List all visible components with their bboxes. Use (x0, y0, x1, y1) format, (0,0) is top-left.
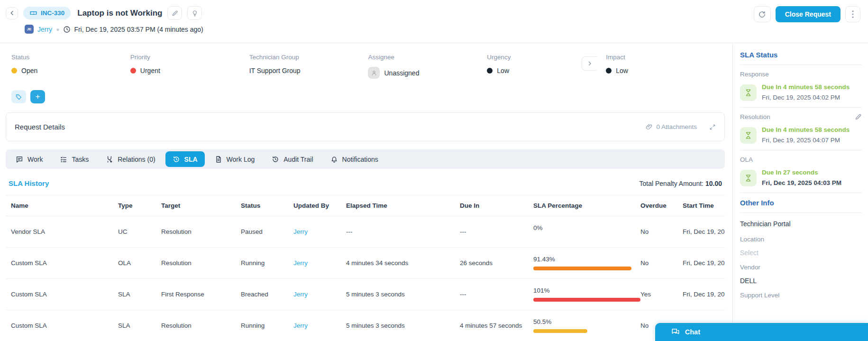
field-impact[interactable]: Impact Low (606, 54, 725, 79)
attachments-button[interactable]: 0 Attachments (646, 123, 697, 130)
history-icon (272, 156, 279, 163)
checklist-icon (60, 156, 67, 163)
tab-notifications[interactable]: Notifications (323, 149, 385, 169)
due-date: Fri, Dec 19, 2025 04:07 PM (762, 137, 840, 144)
sla-percentage: 91.43% (533, 256, 640, 270)
sla-resolution-block: Resolution Due In 4 minutes 58 seconds F… (740, 113, 862, 144)
ticket-header: INC-330 Laptop is not Working JE Jerry ●… (0, 0, 868, 43)
due-date: Fri, Dec 19, 2025 04:03 PM (762, 179, 841, 186)
updated-by-link[interactable]: Jerry (293, 291, 346, 298)
sla-percentage: 50.5% (533, 318, 640, 333)
comment-icon (16, 156, 23, 163)
kebab-icon (852, 10, 854, 18)
sla-status-title: SLA Status (740, 51, 862, 59)
tab-sla[interactable]: SLA (165, 151, 205, 167)
due-date: Fri, Dec 19, 2025 04:02 PM (762, 94, 840, 101)
edit-resolution-button[interactable] (855, 113, 862, 120)
plus-icon: + (36, 92, 40, 101)
more-actions-button[interactable] (845, 6, 860, 22)
location-label: Location (740, 236, 862, 243)
back-button[interactable] (6, 7, 18, 19)
sidebar-collapse-button[interactable] (582, 56, 597, 71)
close-request-button[interactable]: Close Request (776, 6, 841, 22)
tag-icon (15, 93, 22, 101)
ai-suggest-button[interactable] (187, 6, 202, 20)
add-tag-button[interactable]: + (30, 90, 45, 103)
field-label: Assignee (368, 54, 487, 61)
ticket-icon (29, 9, 37, 17)
field-technician-group[interactable]: Technician Group IT Support Group (249, 54, 368, 79)
tab-work[interactable]: Work (9, 149, 50, 169)
field-status[interactable]: Status Open (11, 54, 130, 79)
table-row: Vendor SLA UC Resolution Paused Jerry --… (6, 216, 725, 248)
expand-button[interactable] (709, 124, 716, 130)
field-assignee[interactable]: Assignee Unassigned (368, 54, 487, 79)
bell-icon (330, 156, 338, 163)
status-dot (11, 68, 17, 74)
support-level-label: Support Level (740, 292, 862, 299)
table-row: Custom SLA SLA First Response Breached J… (6, 279, 725, 310)
sla-status-sidebar: SLA Status Response Due In 4 minutes 58 … (732, 43, 868, 341)
location-select[interactable]: Select (740, 249, 862, 257)
total-penalty: Total Penalty Amount:10.00 (640, 180, 722, 187)
hourglass-icon (740, 84, 757, 101)
page-title: Laptop is not Working (77, 9, 162, 18)
sla-history-table: Name Type Target Status Updated By Elaps… (6, 195, 725, 341)
tab-relations[interactable]: Relations (0) (99, 149, 162, 169)
unassigned-avatar-icon (368, 67, 380, 79)
field-priority[interactable]: Priority Urgent (130, 54, 249, 79)
due-in-text: Due In 4 minutes 58 seconds (762, 83, 850, 91)
ticket-id: INC-330 (41, 9, 64, 17)
clock-icon (63, 26, 71, 33)
table-row: Custom SLA OLA Resolution Running Jerry … (6, 248, 725, 279)
impact-dot (606, 68, 612, 74)
chat-icon (671, 328, 680, 336)
updated-by-link[interactable]: Jerry (293, 259, 346, 267)
created-time: Fri, Dec 19, 2025 03:57 PM (4 minutes ag… (63, 26, 203, 33)
tab-audit-trail[interactable]: Audit Trail (265, 149, 320, 169)
request-details-title: Request Details (15, 123, 65, 131)
due-in-text: Due In 4 minutes 58 seconds (762, 126, 850, 133)
progress-bar (533, 298, 640, 302)
tags-button[interactable] (11, 90, 26, 103)
urgency-dot (487, 68, 493, 74)
table-row: Custom SLA SLA Resolution Running Jerry … (6, 310, 725, 341)
chevron-left-icon (9, 10, 15, 16)
tab-tasks[interactable]: Tasks (53, 149, 96, 169)
table-header-row: Name Type Target Status Updated By Elaps… (6, 195, 725, 216)
sla-percentage: 101% (533, 287, 640, 302)
history-icon (173, 156, 180, 163)
refresh-button[interactable] (754, 6, 771, 22)
vendor-value[interactable]: DELL (740, 277, 862, 285)
technician-portal-label: Technician Portal (740, 220, 862, 228)
chat-button[interactable]: Chat (655, 323, 868, 341)
relations-icon (106, 156, 113, 163)
ticket-fields: Status Open Priority Urgent Technician G… (6, 43, 725, 79)
field-label: Impact (606, 54, 725, 61)
updated-by-link[interactable]: Jerry (293, 228, 346, 235)
field-label: Priority (130, 54, 249, 61)
pencil-icon (172, 10, 178, 17)
hourglass-icon (740, 127, 757, 144)
ticket-tabs: Work Tasks Relations (0) SLA Work Log Au… (6, 149, 725, 169)
ticket-id-badge[interactable]: INC-330 (23, 7, 71, 19)
due-in-text: Due In 27 seconds (762, 169, 841, 176)
refresh-icon (758, 10, 766, 18)
paperclip-icon (646, 123, 653, 130)
progress-bar (533, 329, 640, 333)
field-label: Status (11, 54, 130, 61)
hourglass-icon (740, 170, 757, 186)
document-icon (215, 156, 222, 163)
sla-percentage: 0% (533, 224, 640, 239)
request-details-card: Request Details 0 Attachments (6, 112, 725, 141)
edit-title-button[interactable] (167, 6, 182, 20)
sla-response-block: Response Due In 4 minutes 58 seconds Fri… (740, 71, 862, 101)
priority-dot (130, 68, 136, 74)
ticket-main-panel: Status Open Priority Urgent Technician G… (0, 43, 732, 341)
updated-by-link[interactable]: Jerry (293, 322, 346, 329)
requester-avatar: JE (25, 25, 34, 34)
requester-link[interactable]: Jerry (37, 26, 52, 33)
sla-history-title: SLA History (9, 179, 49, 187)
progress-bar (533, 267, 640, 270)
tab-work-log[interactable]: Work Log (208, 149, 262, 169)
